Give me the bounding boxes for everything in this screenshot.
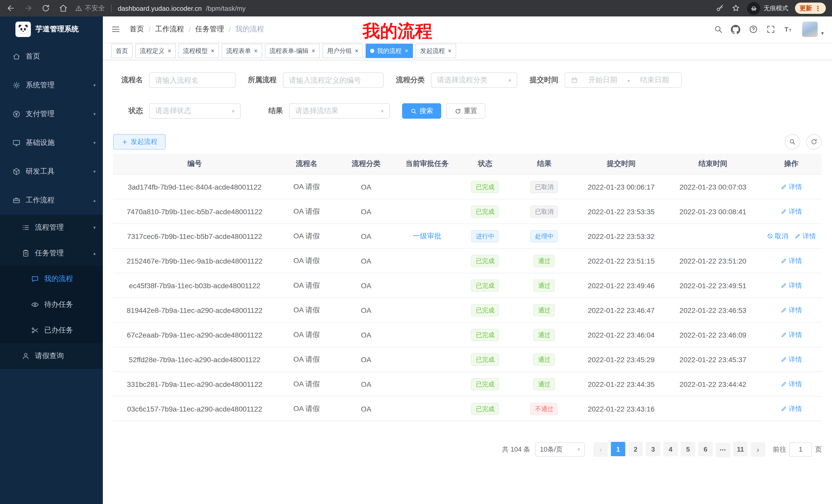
reset-button[interactable]: 重置: [446, 103, 486, 119]
detail-action[interactable]: 详情: [780, 355, 802, 364]
sidebar-item-infrastructure[interactable]: 基础设施 ▾: [0, 129, 103, 157]
sidebar-item-label: 首页: [26, 52, 40, 61]
caret-down-icon[interactable]: ▾: [821, 30, 824, 36]
page-button-11[interactable]: 11: [733, 442, 748, 456]
chevron-down-icon: ▾: [509, 77, 511, 83]
browser-forward-icon[interactable]: [24, 4, 33, 13]
sidebar-item-todo-task[interactable]: 待办任务: [0, 292, 103, 317]
fullscreen-icon[interactable]: [763, 21, 779, 37]
sidebar-item-label: 工作流程: [26, 196, 54, 205]
sidebar-item-system[interactable]: 系统管理 ▾: [0, 71, 103, 100]
cell-process-name: OA 请假: [276, 396, 337, 421]
detail-action[interactable]: 详情: [794, 231, 816, 241]
page-button-4[interactable]: 4: [663, 442, 678, 456]
sidebar-item-workflow[interactable]: 工作流程 ▴: [0, 186, 103, 215]
browser-back-icon[interactable]: [6, 4, 16, 13]
detail-action[interactable]: 详情: [780, 330, 802, 339]
bookmark-star-icon[interactable]: [731, 4, 740, 13]
tab-user-group[interactable]: 用户分组×: [322, 44, 363, 58]
sidebar-item-my-process[interactable]: 我的流程: [0, 266, 103, 292]
table-row: 331bc281-7b9a-11ec-a290-acde48001122OA 请…: [113, 372, 822, 396]
browser-home-icon[interactable]: [59, 4, 68, 13]
close-icon[interactable]: ×: [405, 48, 408, 54]
close-icon[interactable]: ×: [448, 48, 451, 54]
browser-update-button[interactable]: 更新 ⋮: [795, 3, 826, 14]
search-button[interactable]: 搜索: [402, 103, 441, 119]
tab-home[interactable]: 首页: [111, 44, 133, 58]
font-size-icon[interactable]: TT: [781, 21, 796, 37]
warning-icon: [75, 5, 82, 12]
password-key-icon[interactable]: [715, 4, 725, 13]
page-more-button[interactable]: •••: [716, 443, 730, 457]
cancel-action[interactable]: 取消: [766, 231, 788, 241]
current-task-link[interactable]: 一级审批: [413, 231, 441, 240]
status-select[interactable]: 请选择状态▾: [149, 103, 241, 119]
detail-action[interactable]: 详情: [780, 380, 802, 389]
sidebar-item-done-task[interactable]: 已办任务: [0, 317, 103, 343]
close-icon[interactable]: ×: [211, 48, 214, 54]
page-button-1[interactable]: 1: [611, 442, 625, 456]
parent-process-input[interactable]: [289, 76, 378, 84]
close-icon[interactable]: ×: [167, 48, 171, 54]
sidebar-item-leave-query[interactable]: 请假查询: [0, 343, 103, 369]
breadcrumb-item[interactable]: 任务管理: [196, 25, 224, 34]
sidebar-item-home[interactable]: 首页: [0, 42, 103, 71]
sidebar-item-process-manage[interactable]: 流程管理 ▾: [0, 215, 103, 241]
next-page-button[interactable]: ›: [751, 442, 765, 457]
page-button-6[interactable]: 6: [698, 442, 713, 456]
detail-action[interactable]: 详情: [780, 256, 802, 265]
tab-process-definition[interactable]: 流程定义×: [135, 44, 176, 58]
chevron-down-icon: ▾: [93, 83, 96, 88]
detail-action[interactable]: 详情: [780, 182, 802, 191]
help-icon[interactable]: [746, 21, 761, 37]
close-icon[interactable]: ×: [355, 48, 358, 54]
close-icon[interactable]: ×: [312, 48, 315, 54]
clipboard-icon: [22, 249, 30, 257]
submit-time-range-picker[interactable]: 开始日期 - 结束日期: [565, 73, 682, 88]
tab-process-form[interactable]: 流程表单×: [222, 44, 262, 58]
sidebar-item-devtools[interactable]: 研发工具 ▾: [0, 157, 103, 186]
search-icon[interactable]: [711, 21, 726, 37]
toggle-search-icon[interactable]: [785, 134, 800, 149]
breadcrumb-item[interactable]: 工作流程: [155, 25, 184, 34]
detail-action[interactable]: 详情: [780, 404, 802, 413]
detail-action[interactable]: 详情: [780, 305, 802, 315]
cell-status: 已完成: [459, 273, 511, 298]
address-bar[interactable]: 不安全 dashboard.yudao.iocoder.cn/bpm/task/…: [75, 4, 715, 13]
panda-logo-icon: [16, 22, 31, 37]
hamburger-icon[interactable]: [111, 25, 120, 34]
tab-process-form-edit[interactable]: 流程表单-编辑×: [265, 44, 320, 58]
kebab-menu-icon[interactable]: ⋮: [814, 5, 821, 11]
page-size-select[interactable]: 10条/页▾: [535, 442, 585, 457]
cell-end-time: 2022-01-22 23:45:37: [665, 347, 761, 372]
sidebar-item-label: 研发工具: [26, 167, 54, 176]
user-avatar[interactable]: [802, 22, 817, 37]
page-list: 123456•••11: [609, 442, 749, 457]
refresh-icon[interactable]: [806, 134, 822, 149]
result-tag: 通过: [534, 378, 555, 390]
edit-icon: [780, 184, 787, 190]
cell-submit-time: 2022-01-22 23:43:16: [577, 396, 665, 421]
close-icon[interactable]: ×: [254, 48, 258, 54]
breadcrumb-item[interactable]: 首页: [130, 25, 144, 34]
tab-process-model[interactable]: 流程模型×: [178, 44, 219, 58]
detail-action[interactable]: 详情: [780, 281, 802, 290]
logo-row[interactable]: 芋道管理系统: [0, 17, 103, 42]
page-button-5[interactable]: 5: [681, 442, 695, 456]
sidebar-item-payment[interactable]: 支付管理 ▾: [0, 100, 103, 129]
prev-page-button[interactable]: ‹: [593, 442, 608, 457]
scissors-icon: [31, 326, 39, 334]
sidebar-item-task-manage[interactable]: 任务管理 ▴: [0, 241, 103, 266]
page-button-2[interactable]: 2: [628, 442, 643, 456]
process-name-input[interactable]: [155, 76, 229, 84]
goto-page-input[interactable]: [789, 442, 812, 457]
start-process-button[interactable]: 发起流程: [113, 134, 165, 149]
tab-my-process[interactable]: 我的流程×: [366, 44, 413, 58]
tab-start-process[interactable]: 发起流程×: [415, 44, 456, 58]
result-select[interactable]: 请选择流结果▾: [289, 103, 390, 119]
page-button-3[interactable]: 3: [646, 442, 660, 456]
category-select[interactable]: 请选择流程分类▾: [431, 73, 517, 88]
github-icon[interactable]: [728, 21, 744, 37]
browser-reload-icon[interactable]: [41, 4, 50, 13]
detail-action[interactable]: 详情: [780, 207, 802, 216]
